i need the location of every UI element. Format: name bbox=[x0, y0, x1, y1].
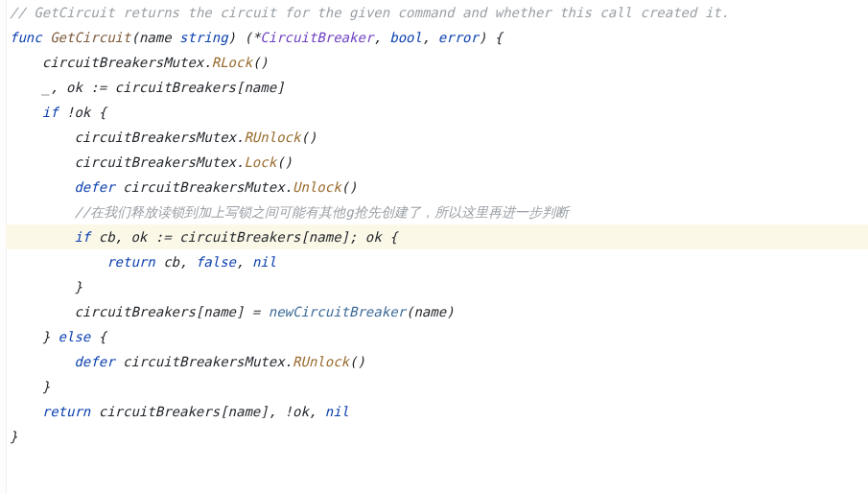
comment-text: // GetCircuit returns the circuit for th… bbox=[10, 5, 729, 20]
code-line: circuitBreakersMutex.RUnlock() bbox=[6, 125, 868, 150]
code-line-highlighted: if cb, ok := circuitBreakers[name]; ok { bbox=[6, 224, 868, 249]
method-runlock: RUnlock bbox=[244, 129, 300, 145]
comment-text: //在我们释放读锁到加上写锁之间可能有其他g抢先创建了，所以这里再进一步判断 bbox=[10, 204, 569, 220]
type-circuitbreaker: CircuitBreaker bbox=[260, 30, 373, 45]
keyword-if: if bbox=[74, 229, 90, 245]
code-line: return cb, false, nil bbox=[6, 249, 868, 274]
keyword-defer: defer bbox=[74, 354, 114, 369]
type-string: string bbox=[179, 30, 228, 45]
code-line: if !ok { bbox=[6, 100, 868, 125]
keyword-defer: defer bbox=[74, 179, 114, 195]
keyword-return: return bbox=[42, 404, 91, 419]
keyword-func: func bbox=[10, 30, 42, 45]
code-line: circuitBreakers[name] = newCircuitBreake… bbox=[6, 299, 868, 324]
code-line: } bbox=[6, 374, 868, 399]
method-runlock: RUnlock bbox=[293, 354, 349, 369]
code-line: circuitBreakersMutex.Lock() bbox=[6, 150, 868, 175]
type-bool: bool bbox=[389, 30, 422, 45]
code-line: defer circuitBreakersMutex.Unlock() bbox=[6, 175, 868, 200]
code-line: } bbox=[6, 424, 868, 449]
code-line: func GetCircuit(name string) (*CircuitBr… bbox=[6, 25, 868, 50]
code-line: return circuitBreakers[name], !ok, nil bbox=[6, 399, 868, 424]
type-error: error bbox=[438, 30, 479, 45]
method-lock: Lock bbox=[244, 154, 276, 170]
keyword-false: false bbox=[196, 254, 236, 270]
code-editor[interactable]: // GetCircuit returns the circuit for th… bbox=[0, 0, 868, 449]
keyword-return: return bbox=[106, 254, 155, 270]
keyword-nil: nil bbox=[325, 404, 349, 419]
code-line: _, ok := circuitBreakers[name] bbox=[6, 75, 868, 100]
code-line: } else { bbox=[6, 324, 868, 349]
code-line: // GetCircuit returns the circuit for th… bbox=[6, 0, 868, 25]
code-line: circuitBreakersMutex.RLock() bbox=[6, 50, 868, 75]
method-rlock: RLock bbox=[212, 55, 252, 70]
code-line: //在我们释放读锁到加上写锁之间可能有其他g抢先创建了，所以这里再进一步判断 bbox=[6, 200, 868, 224]
func-name: GetCircuit bbox=[50, 30, 130, 45]
code-line: } bbox=[6, 274, 868, 299]
method-unlock: Unlock bbox=[293, 179, 341, 195]
func-call: newCircuitBreaker bbox=[269, 304, 406, 319]
keyword-if: if bbox=[42, 105, 59, 120]
code-line: defer circuitBreakersMutex.RUnlock() bbox=[6, 349, 868, 374]
keyword-else: else bbox=[59, 329, 91, 344]
keyword-nil: nil bbox=[252, 254, 276, 270]
